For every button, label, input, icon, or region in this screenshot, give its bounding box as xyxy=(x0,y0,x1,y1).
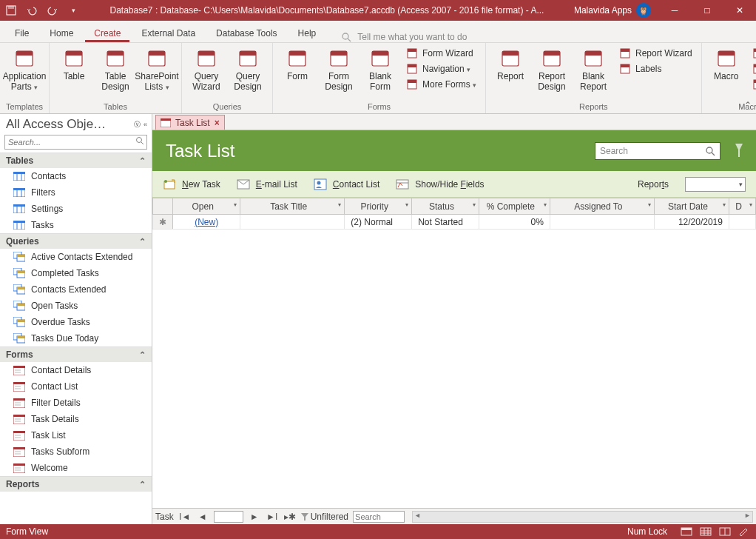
new-task-button[interactable]: New Task xyxy=(163,178,220,191)
new-record-row[interactable]: ✱ (New) (2) Normal Not Started 0% 12/20/… xyxy=(153,215,756,230)
col-task-title[interactable]: Task Title▾ xyxy=(240,198,345,215)
nav-item-task-list[interactable]: Task List xyxy=(0,427,152,443)
cell-open[interactable]: (New) xyxy=(173,215,240,230)
redo-icon[interactable] xyxy=(46,4,59,17)
chevron-down-icon[interactable]: ▾ xyxy=(648,201,651,208)
cell-pct-complete[interactable]: 0% xyxy=(479,215,550,230)
filter-indicator[interactable]: Unfiltered xyxy=(301,512,348,522)
ribbon-blank-report-button[interactable]: BlankReport xyxy=(573,44,613,93)
ribbon-module-button[interactable]: Module xyxy=(748,46,756,61)
close-tab-icon[interactable]: × xyxy=(215,118,220,128)
ribbon-labels-button[interactable]: Labels xyxy=(615,61,697,76)
prev-record-button[interactable]: ◄ xyxy=(196,512,209,522)
nav-item-settings[interactable]: Settings xyxy=(0,201,152,217)
nav-item-task-details[interactable]: Task Details xyxy=(0,411,152,427)
chevron-down-icon[interactable]: ▾ xyxy=(473,201,476,208)
menu-home[interactable]: Home xyxy=(41,24,82,42)
form-search-box[interactable]: Search xyxy=(595,142,720,160)
col-open[interactable]: Open▾ xyxy=(173,198,240,215)
nav-item-tasks-due-today[interactable]: Tasks Due Today xyxy=(0,330,152,346)
row-selector[interactable]: ✱ xyxy=(153,215,173,230)
datasheet-view-icon[interactable] xyxy=(700,527,712,536)
ribbon-table-design-button[interactable]: TableDesign xyxy=(95,44,135,93)
menu-database-tools[interactable]: Database Tools xyxy=(207,24,286,42)
select-all-corner[interactable] xyxy=(153,198,173,215)
nav-search-input[interactable] xyxy=(4,135,147,150)
layout-view-icon[interactable] xyxy=(719,527,731,536)
chevron-down-icon[interactable]: ▾ xyxy=(405,201,408,208)
chevron-down-icon[interactable]: ▾ xyxy=(234,201,237,208)
new-record-button[interactable]: ▸✱ xyxy=(283,512,297,522)
menu-file[interactable]: File xyxy=(6,24,38,42)
last-record-button[interactable]: ►I xyxy=(266,512,279,522)
maximize-button[interactable]: □ xyxy=(691,0,723,21)
nav-group-forms[interactable]: Forms⌃ xyxy=(0,346,152,362)
minimize-button[interactable]: ─ xyxy=(658,0,691,21)
reports-combo[interactable]: ▾ xyxy=(685,177,746,192)
menu-create[interactable]: Create xyxy=(85,24,129,42)
col--complete[interactable]: % Complete▾ xyxy=(479,198,550,215)
nav-group-queries[interactable]: Queries⌃ xyxy=(0,233,152,249)
ribbon-form-button[interactable]: Form xyxy=(277,44,317,82)
nav-item-contacts[interactable]: Contacts xyxy=(0,168,152,184)
design-view-icon[interactable] xyxy=(738,527,750,536)
search-icon[interactable] xyxy=(135,136,144,145)
ribbon-form-design-button[interactable]: FormDesign xyxy=(319,44,359,93)
qat-customize-icon[interactable]: ▾ xyxy=(67,4,80,17)
col-d[interactable]: D▾ xyxy=(729,198,755,215)
horizontal-scrollbar[interactable] xyxy=(412,511,753,523)
nav-group-reports[interactable]: Reports⌃ xyxy=(0,476,152,492)
nav-item-tasks-subform[interactable]: Tasks Subform xyxy=(0,443,152,460)
email-list-button[interactable]: E-mail List xyxy=(237,178,297,191)
collapse-ribbon-icon[interactable]: ⌃ xyxy=(744,100,752,110)
ribbon-application-parts-button[interactable]: ApplicationParts ▾ xyxy=(4,44,44,93)
ribbon-form-wizard-button[interactable]: Form Wizard xyxy=(402,46,481,61)
ribbon-blank-form-button[interactable]: BlankForm xyxy=(360,44,400,93)
tab-task-list[interactable]: Task List × xyxy=(155,115,225,130)
recnav-search-input[interactable] xyxy=(353,511,405,523)
chevron-down-icon[interactable]: ▾ xyxy=(723,201,726,208)
next-record-button[interactable]: ► xyxy=(248,512,261,522)
save-icon[interactable] xyxy=(4,4,18,17)
nav-shutter-icon[interactable]: « xyxy=(144,121,147,128)
cell-d[interactable] xyxy=(729,215,755,230)
cell-task-title[interactable] xyxy=(240,215,345,230)
nav-group-tables[interactable]: Tables⌃ xyxy=(0,153,152,168)
col-assigned-to[interactable]: Assigned To▾ xyxy=(550,198,654,215)
form-view-icon[interactable] xyxy=(681,527,692,536)
cell-start-date[interactable]: 12/20/2019 xyxy=(655,215,729,230)
nav-item-contact-list[interactable]: Contact List xyxy=(0,378,152,395)
menu-help[interactable]: Help xyxy=(289,24,325,42)
first-record-button[interactable]: I◄ xyxy=(178,512,192,522)
close-button[interactable]: ✕ xyxy=(723,0,756,21)
show-hide-fields-button[interactable]: Show/Hide Fields xyxy=(396,178,484,191)
funnel-icon[interactable] xyxy=(735,142,743,160)
nav-item-tasks[interactable]: Tasks xyxy=(0,217,152,233)
task-grid[interactable]: Open▾Task Title▾Priority▾Status▾% Comple… xyxy=(152,198,756,508)
nav-item-completed-tasks[interactable]: Completed Tasks xyxy=(0,265,152,281)
tell-me-search[interactable]: Tell me what you want to do xyxy=(341,32,467,42)
undo-icon[interactable] xyxy=(25,4,38,17)
nav-item-overdue-tasks[interactable]: Overdue Tasks xyxy=(0,314,152,330)
cell-priority[interactable]: (2) Normal xyxy=(345,215,412,230)
nav-item-welcome[interactable]: Welcome xyxy=(0,460,152,476)
nav-item-open-tasks[interactable]: Open Tasks xyxy=(0,298,152,314)
record-number-input[interactable] xyxy=(214,511,243,523)
ribbon-more-forms-button[interactable]: More Forms ▾ xyxy=(402,77,481,92)
ribbon-class-module-button[interactable]: Class Module xyxy=(748,61,756,76)
ribbon-query-wizard-button[interactable]: QueryWizard xyxy=(186,44,226,93)
ribbon-report-button[interactable]: Report xyxy=(490,44,530,82)
nav-item-contacts-extended[interactable]: Contacts Extended xyxy=(0,281,152,298)
ribbon-sharepoint-lists-button[interactable]: SharePointLists ▾ xyxy=(137,44,177,93)
ribbon-query-design-button[interactable]: QueryDesign xyxy=(228,44,268,93)
nav-body[interactable]: Tables⌃ContactsFiltersSettingsTasksQueri… xyxy=(0,153,152,524)
contact-list-button[interactable]: Contact List xyxy=(314,178,379,191)
chevron-down-icon[interactable]: ▾ xyxy=(544,201,547,208)
cell-status[interactable]: Not Started xyxy=(412,215,479,230)
nav-item-filter-details[interactable]: Filter Details xyxy=(0,395,152,411)
chevron-down-icon[interactable]: ▾ xyxy=(749,201,752,208)
chevron-down-icon[interactable]: ▾ xyxy=(338,201,341,208)
menu-external-data[interactable]: External Data xyxy=(132,24,204,42)
nav-item-filters[interactable]: Filters xyxy=(0,184,152,201)
ribbon-macro-button[interactable]: Macro xyxy=(706,44,746,82)
